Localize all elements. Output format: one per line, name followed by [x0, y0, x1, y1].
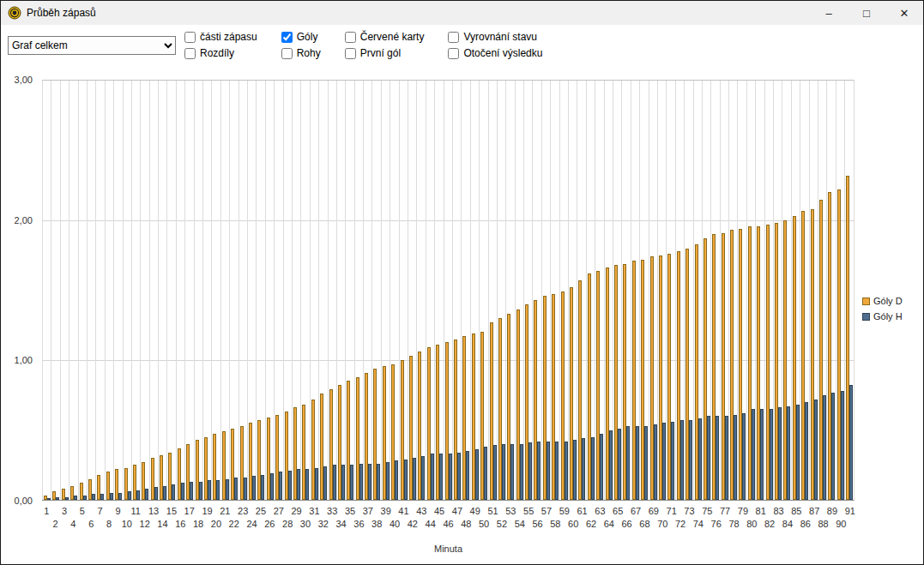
- x-tick-label: 42: [408, 519, 418, 529]
- chart-area: 0,001,002,003,00 12345678910111213141516…: [1, 75, 923, 564]
- minute-group: [78, 81, 87, 500]
- toolbar: Graf celkem části zápasuGólyČervené kart…: [1, 25, 923, 75]
- x-axis-title: Minuta: [42, 544, 855, 554]
- minute-group: [123, 81, 131, 500]
- x-tick-label: 35: [345, 506, 355, 516]
- checkbox-input[interactable]: [281, 32, 293, 43]
- x-tick-label: 71: [667, 506, 677, 516]
- minute-group: [702, 81, 710, 500]
- x-tick-label: 54: [515, 519, 525, 529]
- bar-goly-h: [493, 445, 497, 500]
- bar-goly-h: [386, 462, 390, 500]
- bar-goly-h: [520, 444, 523, 500]
- minute-group: [666, 81, 674, 500]
- x-tick-label: 87: [809, 506, 819, 516]
- minute-group: [550, 81, 559, 500]
- x-tick-label: 22: [229, 519, 239, 529]
- minute-group: [310, 81, 318, 500]
- minute-group: [283, 81, 292, 500]
- x-tick-label: 65: [613, 506, 623, 516]
- x-tick-label: 57: [541, 506, 552, 516]
- checkbox-rozdíly[interactable]: Rozdíly: [184, 47, 257, 59]
- checkbox-červené-karty[interactable]: Červené karty: [345, 31, 425, 43]
- bar-goly-h: [796, 405, 800, 500]
- y-tick-label: 2,00: [15, 215, 33, 225]
- bar-goly-h: [831, 393, 835, 501]
- bar-goly-h: [244, 478, 247, 500]
- checkbox-input[interactable]: [184, 48, 196, 59]
- checkbox-input[interactable]: [281, 48, 293, 59]
- bar-goly-h: [341, 465, 345, 500]
- checkbox-label: Rohy: [297, 47, 321, 59]
- checkbox-otočení-výsledku[interactable]: Otočení výsledku: [448, 47, 542, 59]
- checkbox-label: Góly: [297, 31, 318, 43]
- checkbox-input[interactable]: [184, 32, 196, 43]
- bar-goly-h: [662, 423, 666, 500]
- minute-group: [399, 81, 408, 500]
- minute-group: [247, 81, 256, 500]
- x-tick-label: 83: [773, 506, 783, 516]
- bar-goly-h: [457, 453, 461, 500]
- x-tick-label: 80: [746, 519, 757, 529]
- minute-group: [381, 81, 390, 500]
- x-axis-labels: 1234567891011121314151617181920212223242…: [42, 505, 855, 532]
- minute-group: [416, 81, 425, 500]
- x-tick-label: 3: [62, 506, 67, 516]
- bar-goly-h: [190, 482, 193, 500]
- bar-goly-h: [626, 426, 630, 500]
- legend-swatch: [862, 313, 870, 321]
- bar-goly-h: [333, 465, 336, 500]
- x-tick-label: 16: [175, 519, 185, 529]
- bar-goly-h: [449, 454, 452, 500]
- minute-group: [363, 81, 371, 500]
- maximize-button[interactable]: □: [848, 1, 885, 25]
- bar-goly-h: [315, 468, 318, 500]
- minute-group: [800, 81, 808, 500]
- x-tick-label: 81: [756, 506, 766, 516]
- x-tick-label: 60: [568, 519, 578, 529]
- checkbox-input[interactable]: [345, 32, 356, 43]
- checkbox-vyrovnání-stavu[interactable]: Vyrovnání stavu: [448, 31, 542, 43]
- minute-group: [42, 81, 51, 500]
- minute-group: [488, 81, 497, 500]
- checkbox-input[interactable]: [448, 48, 459, 59]
- y-axis-labels: 0,001,002,003,00: [1, 80, 37, 501]
- x-tick-label: 26: [264, 519, 275, 529]
- x-tick-label: 88: [818, 519, 828, 529]
- x-tick-label: 52: [497, 519, 507, 529]
- x-tick-label: 89: [827, 506, 837, 516]
- x-tick-label: 82: [764, 519, 775, 529]
- minute-group: [444, 81, 452, 500]
- minimize-button[interactable]: –: [810, 1, 848, 25]
- bar-goly-h: [136, 490, 140, 500]
- chart-type-select[interactable]: Graf celkem: [8, 36, 176, 55]
- minute-group: [791, 81, 800, 500]
- checkbox-rohy[interactable]: Rohy: [281, 47, 321, 59]
- minute-group: [292, 81, 300, 500]
- minute-group: [345, 81, 353, 500]
- close-button[interactable]: ✕: [885, 1, 923, 25]
- checkbox-první-gól[interactable]: První gól: [345, 47, 425, 59]
- minute-group: [515, 81, 523, 500]
- x-tick-label: 5: [80, 506, 85, 516]
- x-tick-label: 28: [282, 519, 293, 529]
- x-tick-label: 62: [586, 519, 596, 529]
- x-tick-label: 55: [523, 506, 534, 516]
- x-tick-label: 63: [595, 506, 605, 516]
- minute-group: [318, 81, 327, 500]
- checkbox-label: Rozdíly: [200, 47, 234, 59]
- x-tick-label: 48: [461, 519, 471, 529]
- bar-goly-h: [725, 416, 728, 500]
- checkbox-góly[interactable]: Góly: [281, 31, 321, 43]
- checkbox-input[interactable]: [448, 32, 459, 43]
- bar-goly-h: [707, 416, 710, 500]
- minute-group: [728, 81, 737, 500]
- bar-goly-h: [172, 484, 175, 500]
- x-tick-label: 29: [291, 506, 301, 516]
- checkbox-části-zápasu[interactable]: části zápasu: [184, 31, 257, 43]
- checkbox-input[interactable]: [345, 48, 356, 59]
- bar-goly-h: [431, 454, 434, 500]
- minute-group: [595, 81, 603, 500]
- y-tick-label: 1,00: [15, 355, 33, 365]
- x-tick-label: 79: [738, 506, 748, 516]
